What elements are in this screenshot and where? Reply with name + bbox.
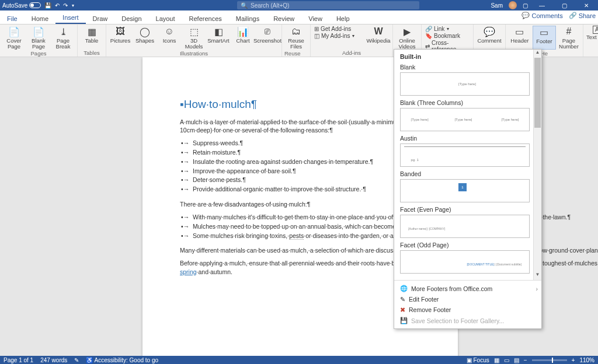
edit-icon: ✎ <box>400 296 405 303</box>
textbox-button[interactable]: AText Box <box>586 26 598 52</box>
gallery-item-label: Austin <box>400 135 538 142</box>
share-button[interactable]: 🔗 Share <box>569 12 596 19</box>
gallery-item-preview[interactable]: [Type here] <box>400 72 530 96</box>
gallery-item-label: Blank <box>400 64 538 71</box>
pictures-button[interactable]: 🖼Pictures <box>109 26 132 50</box>
zoom-out-button[interactable]: − <box>524 357 527 363</box>
icons-button[interactable]: ☺Icons <box>158 26 181 50</box>
tab-help[interactable]: Help <box>329 13 357 24</box>
wikipedia-button[interactable]: WWikipedia <box>367 26 390 44</box>
my-addins-button[interactable]: ◫ My Add-ins ▾ <box>313 33 366 39</box>
window-settings-icon[interactable]: ▢ <box>523 2 528 9</box>
minimize-button[interactable]: — <box>534 2 550 9</box>
avatar[interactable] <box>509 1 517 9</box>
shapes-button[interactable]: ◯Shapes <box>133 26 157 50</box>
scroll-down-icon[interactable]: ▼ <box>534 272 541 280</box>
blank-page-button[interactable]: 📄Blank Page <box>27 26 50 50</box>
tab-draw[interactable]: Draw <box>86 13 115 24</box>
footer-gallery-dropdown: Built-in Blank[Type here]Blank (Three Co… <box>394 49 542 329</box>
search-box[interactable]: 🔍 Search (Alt+Q) <box>237 1 419 9</box>
scroll-thumb[interactable] <box>534 58 541 128</box>
view-web-icon[interactable]: ▤ <box>514 357 519 363</box>
edit-footer-button[interactable]: ✎Edit Footer <box>399 294 539 304</box>
view-read-icon[interactable]: ▭ <box>504 357 509 363</box>
gallery-item-preview[interactable]: 1 <box>400 179 530 202</box>
more-footers-button[interactable]: 🌐More Footers from Office.com› <box>399 283 539 294</box>
online-videos-button[interactable]: ▶Online Videos <box>395 26 419 50</box>
tab-home[interactable]: Home <box>25 13 55 24</box>
user-name[interactable]: Sam <box>491 2 503 9</box>
page-break-button[interactable]: ⤓Page Break <box>51 26 75 50</box>
toggle-icon <box>29 2 41 8</box>
scroll-up-icon[interactable]: ▲ <box>534 50 541 58</box>
chart-button[interactable]: 📊Chart <box>231 26 255 50</box>
tab-mailings[interactable]: Mailings <box>229 13 266 24</box>
save-icon[interactable]: 💾 <box>44 2 51 9</box>
group-illustrations: Illustrations <box>180 50 208 57</box>
office-icon: 🌐 <box>400 285 408 292</box>
tab-file[interactable]: File <box>0 13 25 24</box>
redo-icon[interactable]: ↷ <box>63 2 68 9</box>
gallery-section-header: Built-in <box>400 53 538 60</box>
status-bar: Page 1 of 1 247 words ✎ ♿ Accessibility:… <box>0 356 598 364</box>
comments-button[interactable]: 💬 Comments <box>521 12 562 19</box>
gallery-item-preview[interactable]: [Type here][Type here][Type here] <box>400 108 530 131</box>
tab-insert[interactable]: Insert <box>55 12 86 24</box>
gallery-item-label: Facet (Odd Page) <box>400 242 538 249</box>
page-number-button[interactable]: #Page Number <box>557 26 580 50</box>
tab-references[interactable]: References <box>182 13 229 24</box>
accessibility-status[interactable]: ♿ Accessibility: Good to go <box>86 357 158 363</box>
close-button[interactable]: ✕ <box>578 2 594 9</box>
bookmark-button[interactable]: 🔖 Bookmark <box>424 33 471 39</box>
tab-review[interactable]: Review <box>266 13 301 24</box>
autosave-toggle[interactable]: AutoSave <box>2 2 41 9</box>
zoom-level[interactable]: 110% <box>579 357 594 363</box>
group-tables: Tables <box>84 49 99 56</box>
view-print-icon[interactable]: ▦ <box>494 357 499 363</box>
save-icon: 💾 <box>400 317 408 324</box>
word-count[interactable]: 247 words <box>40 357 67 363</box>
remove-footer-button[interactable]: ✖Remove Footer <box>399 304 539 315</box>
gallery-item-preview[interactable]: [DOCUMENT TITLE] | [Document subtitle] <box>400 250 530 274</box>
smartart-button[interactable]: ◧SmartArt <box>207 26 230 50</box>
tab-design[interactable]: Design <box>114 13 148 24</box>
focus-mode-button[interactable]: ▣ Focus <box>467 357 489 363</box>
page-indicator[interactable]: Page 1 of 1 <box>4 357 33 363</box>
ribbon-tabs: File Home Insert Draw Design Layout Refe… <box>0 10 598 24</box>
gallery-item-label: Facet (Even Page) <box>400 206 538 213</box>
cover-page-button[interactable]: 📄Cover Page <box>2 26 26 50</box>
scrollbar[interactable]: ▲ ▼ <box>533 50 541 280</box>
footer-button[interactable]: ▭Footer <box>533 26 556 50</box>
gallery-item-preview[interactable]: [Author name] | [COMPANY] <box>400 215 530 238</box>
zoom-in-button[interactable]: + <box>572 357 575 363</box>
header-button[interactable]: ▭Header <box>508 26 531 50</box>
group-pages: Pages <box>31 50 47 57</box>
3d-models-button[interactable]: ⬚3D Models <box>182 26 206 50</box>
tab-layout[interactable]: Layout <box>149 13 182 24</box>
maximize-button[interactable]: ▢ <box>556 2 572 9</box>
spell-check-icon[interactable]: ✎ <box>74 357 79 363</box>
title-bar: AutoSave 💾 ↶ ↷ ▾ How to mulch • Saved to… <box>0 0 598 10</box>
search-icon: 🔍 <box>241 2 248 9</box>
undo-icon[interactable]: ↶ <box>55 2 60 9</box>
remove-icon: ✖ <box>400 306 405 313</box>
save-selection-button: 💾Save Selection to Footer Gallery... <box>399 315 539 326</box>
table-button[interactable]: ▦Table <box>80 26 103 44</box>
gallery-item-preview[interactable]: pg. 1 <box>400 144 530 167</box>
gallery-item-label: Blank (Three Columns) <box>400 99 538 106</box>
get-addins-button[interactable]: ⊞ Get Add-ins <box>313 26 366 32</box>
group-addins: Add-ins <box>342 49 361 56</box>
screenshot-button[interactable]: ⎚Screenshot <box>256 26 279 50</box>
tab-view[interactable]: View <box>301 13 329 24</box>
gallery-item-label: Banded <box>400 170 538 177</box>
comment-button[interactable]: 💬Comment <box>478 26 501 44</box>
link-button[interactable]: 🔗 Link ▾ <box>424 26 471 32</box>
reuse-files-button[interactable]: 🗂Reuse Files <box>284 26 308 50</box>
